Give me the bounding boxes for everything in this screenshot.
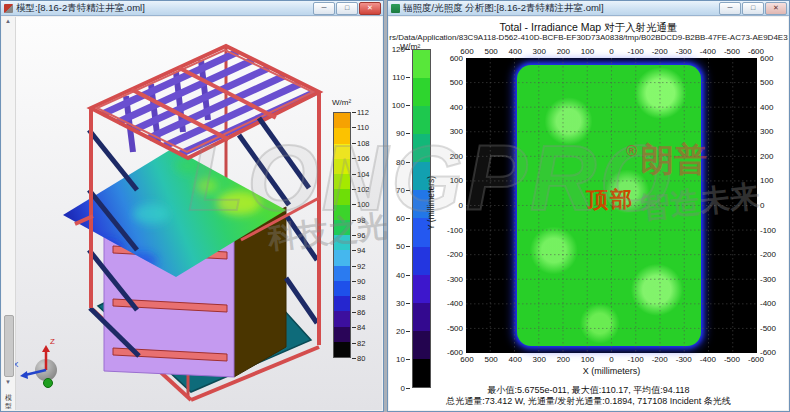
x-tick: 200: [551, 355, 575, 364]
model-colorbar-tick: 112: [352, 108, 369, 117]
y-tick: 600: [760, 54, 787, 63]
chart-colorbar-tick: 30: [390, 299, 410, 308]
x-tick: 200: [551, 47, 575, 56]
y-tick: -500: [760, 324, 787, 333]
model-colorbar-block: [334, 144, 350, 159]
model-colorbar-tick: 88: [352, 293, 365, 302]
chart-colorbar-tick: 80: [390, 158, 410, 167]
model-colorbar-tick: 104: [352, 170, 370, 179]
y-tick: -100: [760, 226, 787, 235]
y-tick: -200: [760, 250, 787, 259]
model-colorbar-block: [334, 281, 350, 296]
x-tick: 300: [527, 47, 551, 56]
chart-colorbar-block: [413, 331, 430, 359]
x-tick: 100: [575, 355, 599, 364]
x-tick: 500: [479, 47, 503, 56]
chart-colorbar-tick: 10: [390, 355, 410, 364]
y-tick: -300: [436, 275, 463, 284]
y-tick: -100: [436, 226, 463, 235]
x-tick: -400: [696, 355, 720, 364]
x-axis-ticks-top: 6005004003002001000-100-200-300-400-500-…: [455, 47, 768, 56]
model-colorbar-unit: W/m²: [332, 98, 351, 107]
x-tick: -500: [720, 47, 744, 56]
scroll-down-icon[interactable]: ▼: [2, 379, 14, 385]
chart-data-path: ers/Data/Application/83C9A118-D562-410D-…: [389, 33, 788, 42]
chart-colorbar-tick: 40: [390, 271, 410, 280]
y-tick: 500: [760, 78, 787, 87]
y-tick: -400: [760, 299, 787, 308]
model-colorbar-tick: 110: [352, 123, 369, 132]
maximize-button[interactable]: □: [742, 2, 764, 15]
plot-annotation: 顶部: [569, 185, 651, 215]
minimize-button[interactable]: ─: [719, 2, 741, 15]
model-colorbar-block: [334, 159, 350, 174]
x-tick: 300: [527, 355, 551, 364]
irradiance-window-title: 辐照度/光照度 分析图:[8.16-2青特精注井室.oml]: [403, 2, 604, 15]
x-tick: 100: [575, 47, 599, 56]
close-button[interactable]: ✕: [765, 2, 787, 15]
close-button[interactable]: ✕: [359, 2, 381, 15]
stats-line-2: 总光通量:73.412 W, 光通量/发射光通量:0.1894, 717108 …: [389, 395, 788, 408]
model-colorbar-tick: 106: [352, 154, 370, 163]
y-tick: -600: [436, 348, 463, 357]
y-tick: -400: [436, 299, 463, 308]
x-tick: -200: [648, 47, 672, 56]
model-colorbar-tick: 84: [352, 323, 365, 332]
x-tick: -100: [624, 355, 648, 364]
screen: 模型:[8.16-2青特精注井室.oml] ─ □ ✕ ▲ ▼ 模型: [0, 0, 790, 412]
model-3d-scene[interactable]: Z X: [15, 17, 382, 410]
x-tick: 400: [503, 355, 527, 364]
model-window-title: 模型:[8.16-2青特精注井室.oml]: [16, 2, 145, 15]
y-tick: 400: [760, 103, 787, 112]
minimize-button[interactable]: ─: [313, 2, 335, 15]
model-colorbar-block: [334, 174, 350, 189]
x-tick: -200: [648, 355, 672, 364]
model-colorbar-tick: 100: [352, 200, 370, 209]
model-colorbar-block: [334, 220, 350, 235]
model-colorbar-tick: 96: [352, 231, 365, 240]
model-colorbar-block: [334, 250, 350, 265]
model-colorbar-tick: 94: [352, 246, 365, 255]
model-window-titlebar[interactable]: 模型:[8.16-2青特精注井室.oml] ─ □ ✕: [1, 1, 383, 16]
axis-triad: Z X: [15, 337, 57, 388]
y-tick: -600: [760, 348, 787, 357]
scroll-up-icon[interactable]: ▲: [2, 18, 14, 24]
model-colorbar-block: [334, 205, 350, 220]
x-axis-label: X (millimeters): [466, 366, 757, 376]
left-scrollbar[interactable]: ▲ ▼ 模型: [2, 17, 16, 410]
model-colorbar-block: [334, 296, 350, 311]
chart-colorbar-tick: 90: [390, 129, 410, 138]
x-tick: 0: [599, 47, 623, 56]
y-tick: -200: [436, 250, 463, 259]
chart-colorbar-tick: 60: [390, 214, 410, 223]
model-colorbar-block: [334, 342, 350, 357]
y-tick: -300: [760, 275, 787, 284]
model-viewport: ▲ ▼ 模型: [2, 17, 382, 410]
y-tick: 600: [436, 54, 463, 63]
x-tick: -300: [672, 355, 696, 364]
model-colorbar-block: [334, 266, 350, 281]
x-axis-label: X: [15, 360, 19, 369]
chart-colorbar-block: [413, 303, 430, 331]
x-tick: -400: [696, 47, 720, 56]
y-tick: 300: [760, 127, 787, 136]
y-tick: 300: [436, 127, 463, 136]
irradiance-window-titlebar[interactable]: 辐照度/光照度 分析图:[8.16-2青特精注井室.oml] ─ □ ✕: [388, 1, 789, 16]
model-colorbar-tick: 92: [352, 262, 365, 271]
chart-colorbar-block: [413, 359, 430, 387]
y-tick: 200: [760, 152, 787, 161]
model-colorbar-block: [334, 189, 350, 204]
model-colorbar-block: [334, 113, 350, 128]
model-app-icon: [4, 4, 13, 13]
y-tick: 0: [436, 201, 463, 210]
maximize-button[interactable]: □: [336, 2, 358, 15]
model-colorbar-block: [334, 128, 350, 143]
model-colorbar-tick: 80: [352, 354, 365, 363]
y-axis-label: Y (millimeters): [426, 123, 436, 283]
scrollbar-thumb[interactable]: [4, 315, 14, 377]
y-tick: 500: [436, 78, 463, 87]
chart-colorbar-tick: 20: [390, 327, 410, 336]
chart-colorbar-tick: 120: [390, 45, 410, 54]
irradiance-window: 辐照度/光照度 分析图:[8.16-2青特精注井室.oml] ─ □ ✕ Tot…: [387, 0, 790, 412]
model-tab-label[interactable]: 模型: [2, 394, 15, 410]
